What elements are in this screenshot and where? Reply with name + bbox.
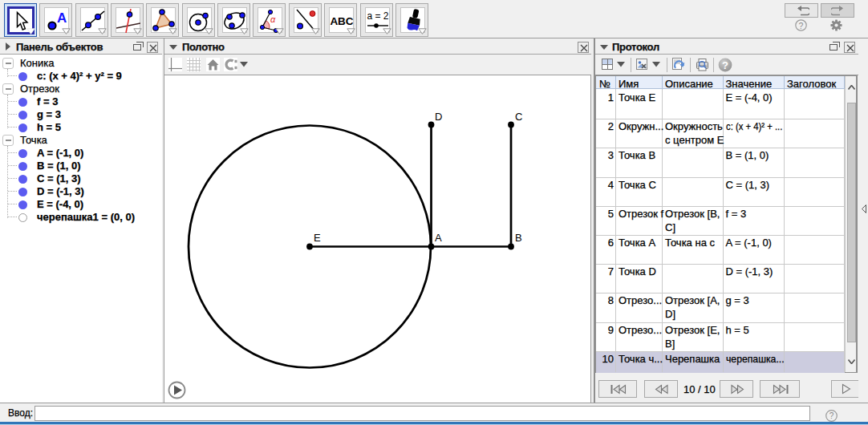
svg-text:?: ?	[829, 411, 834, 420]
svg-text:?: ?	[799, 21, 804, 30]
svg-text:C: C	[515, 111, 522, 123]
svg-text:A: A	[435, 232, 442, 244]
svg-text:α: α	[270, 14, 276, 24]
svg-text:a = 2: a = 2	[367, 10, 388, 22]
svg-text:E: E	[314, 232, 321, 244]
svg-text:D: D	[435, 111, 442, 123]
svg-text:B: B	[515, 232, 522, 244]
svg-text:ABC: ABC	[330, 15, 353, 27]
svg-text:A: A	[57, 10, 67, 26]
svg-text:?: ?	[722, 59, 728, 71]
